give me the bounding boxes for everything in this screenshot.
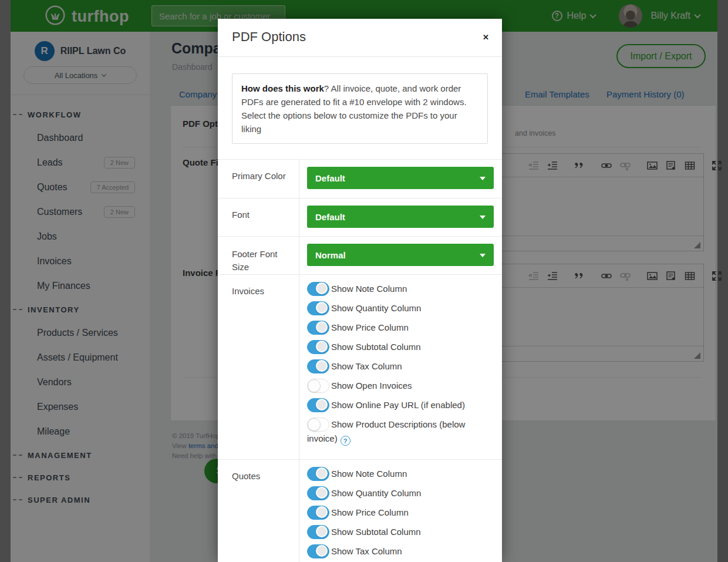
caret-down-icon bbox=[480, 177, 486, 180]
toggle-row: Show Subtotal Column bbox=[307, 340, 486, 354]
modal-title: PDF Options bbox=[232, 29, 306, 45]
toggle-invoice-quantity-column[interactable] bbox=[307, 301, 329, 315]
toggle-quote-quantity-column[interactable] bbox=[307, 486, 329, 500]
caret-down-icon bbox=[480, 254, 486, 257]
close-icon[interactable]: ✕ bbox=[483, 33, 489, 42]
toggle-invoice-price-column[interactable] bbox=[307, 321, 329, 335]
modal-settings: Primary Color Default Font Default bbox=[218, 159, 502, 562]
invoices-toggle-group: Invoices Show Note Column Show Quantity … bbox=[218, 274, 502, 459]
primary-color-select[interactable]: Default bbox=[307, 167, 494, 189]
modal-header: PDF Options ✕ bbox=[218, 19, 502, 57]
toggle-online-pay-url[interactable] bbox=[307, 398, 329, 412]
toggle-row: Show Price Column bbox=[307, 321, 486, 335]
toggle-row: Show Online Pay URL (if enabled) bbox=[307, 398, 486, 412]
footer-font-size-select[interactable]: Normal bbox=[307, 244, 494, 266]
toggle-row: Show Open Invoices bbox=[307, 379, 486, 393]
toggle-row: Show Tax Column bbox=[307, 544, 486, 558]
toggle-invoice-product-descriptions[interactable] bbox=[307, 418, 329, 432]
font-row: Font Default bbox=[218, 198, 502, 236]
toggle-row: Show Note Column bbox=[307, 467, 486, 481]
modal-info-box: How does this work? All invoice, quote, … bbox=[232, 73, 488, 144]
toggle-row: Show Tax Column bbox=[307, 359, 486, 373]
pdf-options-modal: PDF Options ✕ How does this work? All in… bbox=[218, 19, 502, 562]
toggle-quote-note-column[interactable] bbox=[307, 467, 329, 481]
footer-font-size-row: Footer Font Size Normal bbox=[218, 236, 502, 274]
toggle-row: Show Quantity Column bbox=[307, 486, 486, 500]
help-circle-icon[interactable]: ? bbox=[341, 436, 350, 446]
toggle-quote-subtotal-column[interactable] bbox=[307, 525, 329, 539]
toggle-row: Show Subtotal Column bbox=[307, 525, 486, 539]
toggle-row: Show Quantity Column bbox=[307, 301, 486, 315]
toggle-row: Show Note Column bbox=[307, 282, 486, 296]
toggle-row: Show Price Column bbox=[307, 506, 486, 520]
toggle-invoice-note-column[interactable] bbox=[307, 282, 329, 296]
toggle-show-open-invoices[interactable] bbox=[307, 379, 329, 393]
quotes-toggle-group: Quotes Show Note Column Show Quantity Co… bbox=[218, 459, 502, 562]
caret-down-icon bbox=[480, 216, 486, 219]
toggle-quote-price-column[interactable] bbox=[307, 506, 329, 520]
primary-color-row: Primary Color Default bbox=[218, 160, 502, 198]
screen: turfhop ? Help Billy Kraft bbox=[0, 0, 728, 562]
toggle-quote-tax-column[interactable] bbox=[307, 544, 329, 558]
font-select[interactable]: Default bbox=[307, 206, 494, 228]
toggle-row: Show Product Descriptions (below invoice… bbox=[307, 418, 486, 446]
toggle-invoice-subtotal-column[interactable] bbox=[307, 340, 329, 354]
toggle-invoice-tax-column[interactable] bbox=[307, 359, 329, 373]
